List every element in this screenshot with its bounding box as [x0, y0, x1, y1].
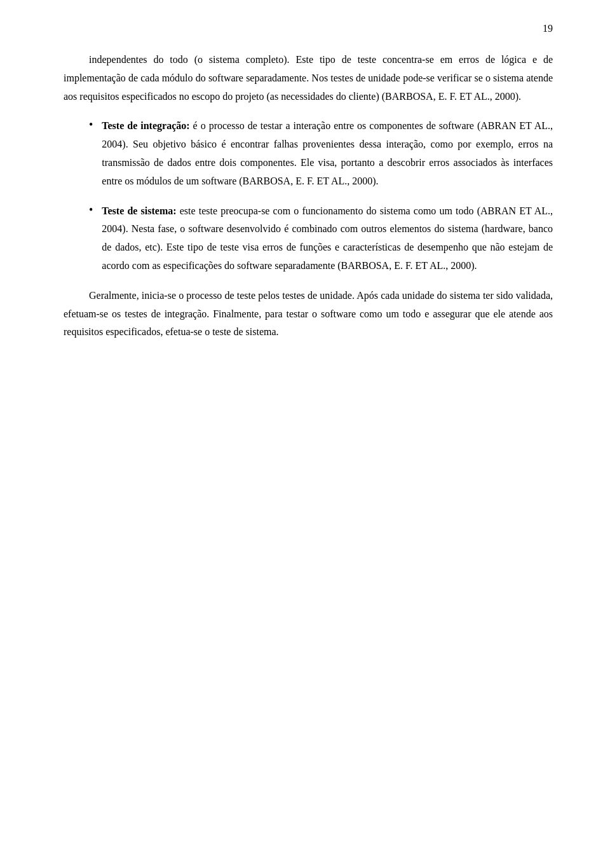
bullet-dot-integration: • [89, 118, 93, 132]
intro-paragraph: independentes do todo (o sistema complet… [64, 51, 553, 106]
page: 19 independentes do todo (o sistema comp… [0, 0, 610, 868]
system-paragraph: Teste de sistema: este teste preocupa-se… [102, 202, 553, 275]
bullet-dot-system: • [89, 203, 93, 217]
system-bullet-item: • Teste de sistema: este teste preocupa-… [89, 202, 553, 275]
integration-title: Teste de integração: [102, 120, 189, 131]
integration-paragraph: Teste de integração: é o processo de tes… [102, 117, 553, 190]
system-content: Teste de sistema: este teste preocupa-se… [102, 202, 553, 275]
main-content: independentes do todo (o sistema complet… [64, 51, 553, 341]
system-title: Teste de sistema: [102, 205, 176, 216]
bullet-list: • Teste de integração: é o processo de t… [89, 117, 553, 275]
integration-content: Teste de integração: é o processo de tes… [102, 117, 553, 190]
page-number: 19 [543, 23, 553, 34]
integration-bullet-item: • Teste de integração: é o processo de t… [89, 117, 553, 190]
closing-paragraph: Geralmente, inicia-se o processo de test… [64, 287, 553, 341]
